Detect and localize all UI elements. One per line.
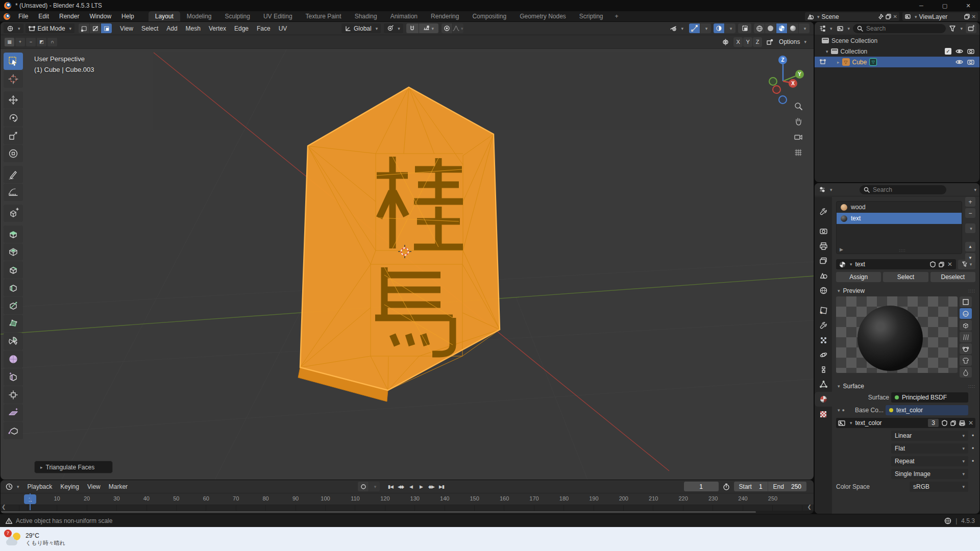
workspace-tab[interactable]: UV Editing: [257, 11, 299, 21]
outliner-search[interactable]: Search: [853, 24, 946, 33]
image-name[interactable]: text_color: [855, 419, 925, 427]
pack-icon[interactable]: [959, 420, 965, 426]
fake-user-shield-icon[interactable]: [930, 261, 936, 267]
workspace-tab[interactable]: Animation: [384, 11, 424, 21]
minimize-button[interactable]: ─: [910, 0, 933, 11]
interpolation-dropdown[interactable]: Linear▾: [891, 431, 968, 441]
app-menu-item[interactable]: Help: [116, 11, 139, 21]
timeline-menu-item[interactable]: View: [83, 483, 105, 490]
editor-type-button[interactable]: ▾: [4, 23, 23, 33]
viewport-menu-item[interactable]: Select: [137, 25, 162, 32]
slot-wood[interactable]: wood: [837, 202, 962, 213]
outliner-row-cube[interactable]: ▸ ▽ Cube ▽: [815, 57, 979, 67]
zoom-tool-icon[interactable]: [791, 99, 806, 113]
gizmo-x-axis[interactable]: X: [789, 79, 797, 88]
weather-widget[interactable]: 7 29°C くもり時々晴れ: [0, 532, 117, 546]
image-users-count[interactable]: 3: [928, 419, 939, 427]
slot-specials-button[interactable]: ▾: [965, 223, 975, 233]
add-primitive-tool[interactable]: [4, 205, 23, 222]
camera-render-icon[interactable]: [967, 48, 974, 55]
select-subtract-button[interactable]: −: [26, 38, 36, 46]
preview-cube-button[interactable]: [960, 320, 972, 331]
preview-section-header[interactable]: ▾Preview ::::: [836, 287, 975, 294]
add-slot-button[interactable]: +: [965, 197, 975, 207]
slot-text[interactable]: text: [837, 213, 962, 224]
deselect-button[interactable]: Deselect: [930, 272, 975, 282]
cursor-tool[interactable]: [4, 70, 23, 88]
preview-fluid-button[interactable]: [960, 367, 972, 378]
current-frame-line[interactable]: [30, 491, 31, 510]
collapse-icon[interactable]: ▾: [826, 49, 828, 54]
inset-faces-tool[interactable]: [4, 243, 23, 261]
base-color-field[interactable]: text_color: [886, 405, 968, 415]
tab-world[interactable]: [815, 283, 832, 298]
timeline-menu-item[interactable]: Keying: [56, 483, 83, 490]
tab-object[interactable]: [815, 303, 832, 318]
app-menu-item[interactable]: Edit: [33, 11, 54, 21]
play-reverse-button[interactable]: ◀: [406, 482, 416, 491]
tab-view-layer[interactable]: [815, 254, 832, 268]
tab-material[interactable]: [815, 392, 832, 407]
move-tool[interactable]: [4, 91, 23, 109]
new-collection-button[interactable]: [966, 23, 976, 33]
expand-icon[interactable]: ▸: [837, 60, 840, 65]
snap-toggle[interactable]: [406, 23, 419, 33]
outliner-row-scene-collection[interactable]: Scene Collection: [815, 35, 979, 46]
surface-shader-field[interactable]: Principled BSDF: [891, 392, 968, 403]
pivot-dropdown[interactable]: ▾: [384, 23, 403, 33]
viewlayer-selector[interactable]: ▾ ViewLayer ✕: [902, 12, 978, 21]
wireframe-shading-button[interactable]: [754, 23, 765, 33]
unlink-icon[interactable]: ✕: [947, 261, 952, 268]
surface-section-header[interactable]: ▾Surface ::::: [836, 383, 975, 390]
solid-shading-button[interactable]: [765, 23, 776, 33]
perspective-toggle-icon[interactable]: [791, 145, 806, 159]
start-frame-field[interactable]: Start1: [734, 482, 768, 491]
properties-editor-type[interactable]: ▾: [818, 185, 834, 194]
workspace-tab[interactable]: Texture Paint: [299, 11, 348, 21]
mirror-x-toggle[interactable]: X: [733, 37, 743, 47]
shogi-piece-mesh[interactable]: [298, 87, 500, 402]
preview-monkey-button[interactable]: [960, 343, 972, 354]
region-chevron[interactable]: ❮: [807, 504, 812, 510]
timeline-track[interactable]: ❮ ❮: [1, 505, 814, 511]
tab-physics[interactable]: [815, 347, 832, 362]
tab-output[interactable]: [815, 239, 832, 254]
workspace-tab[interactable]: Shading: [348, 11, 384, 21]
gizmo-z-neg-axis[interactable]: [778, 95, 787, 104]
add-workspace-button[interactable]: +: [610, 11, 624, 21]
source-dropdown[interactable]: Single Image▾: [891, 469, 968, 479]
mode-dropdown[interactable]: Edit Mode ▾: [26, 23, 75, 33]
proportional-editing-toggle[interactable]: [442, 23, 452, 33]
tab-constraints[interactable]: [815, 362, 832, 377]
jump-to-start-button[interactable]: ▮◀: [385, 482, 396, 491]
app-menu-item[interactable]: Window: [84, 11, 116, 21]
viewport-scene[interactable]: [1, 22, 814, 480]
properties-options-dropdown[interactable]: ▾: [974, 187, 976, 192]
select-extend-button[interactable]: +: [15, 38, 25, 46]
rendered-shading-button[interactable]: [788, 23, 798, 33]
snap-base-icon[interactable]: [766, 39, 774, 45]
panel-open-chevron[interactable]: ❮: [2, 504, 6, 510]
snap-target-dropdown[interactable]: ▾: [419, 23, 438, 33]
move-slot-up-button[interactable]: ▲: [965, 242, 975, 252]
next-keyframe-button[interactable]: ◆▶: [426, 482, 436, 491]
keying-dropdown[interactable]: ▾: [369, 482, 380, 491]
bevel-tool[interactable]: [4, 261, 23, 279]
options-dropdown[interactable]: Options ▾: [776, 37, 810, 47]
annotate-tool[interactable]: [4, 166, 23, 183]
scene-selector[interactable]: ▾ Scene ✕: [805, 12, 899, 21]
tab-modifiers[interactable]: [815, 318, 832, 333]
loop-cut-tool[interactable]: [4, 279, 23, 296]
face-select-button[interactable]: [101, 23, 112, 33]
overlays-dropdown[interactable]: ▾: [725, 23, 736, 33]
unlink-icon[interactable]: ✕: [893, 14, 897, 19]
shrink-fatten-tool[interactable]: [4, 386, 23, 404]
workspace-tab[interactable]: Geometry Nodes: [513, 11, 573, 21]
end-frame-field[interactable]: End250: [768, 482, 806, 491]
current-frame-field[interactable]: 1: [684, 482, 719, 491]
tab-texture[interactable]: [815, 407, 832, 421]
preview-cloth-button[interactable]: [960, 355, 972, 366]
viewlayer-name[interactable]: ViewLayer: [919, 13, 962, 20]
close-button[interactable]: ✕: [957, 0, 980, 11]
app-menu-item[interactable]: File: [13, 11, 33, 21]
